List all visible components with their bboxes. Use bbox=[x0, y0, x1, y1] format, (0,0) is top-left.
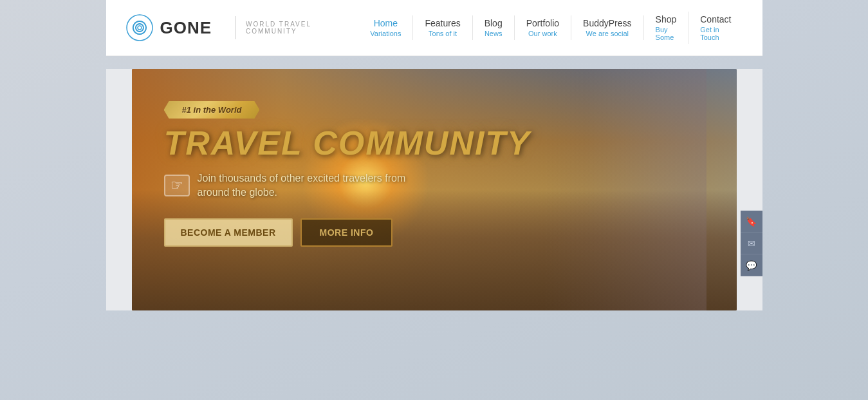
ribbon-container: #1 in the World bbox=[164, 101, 531, 119]
nav-sub-features: Tons of it bbox=[429, 30, 457, 37]
become-member-button[interactable]: Become A Member bbox=[164, 218, 293, 247]
nav-item-contact[interactable]: Contact Get in Touch bbox=[688, 12, 743, 44]
hero-section: #1 in the World TRAVEL COMMUNITY ☞ Join … bbox=[132, 69, 737, 310]
nav-label-buddypress: BuddyPress bbox=[583, 18, 631, 28]
nav-item-blog[interactable]: Blog News bbox=[473, 15, 515, 40]
email-icon: ✉ bbox=[748, 238, 755, 249]
logo-divider bbox=[235, 16, 235, 39]
nav-label-contact: Contact bbox=[700, 14, 731, 24]
hero-ribbon: #1 in the World bbox=[164, 101, 260, 119]
email-icon-button[interactable]: ✉ bbox=[741, 233, 762, 254]
nav-sub-contact: Get in Touch bbox=[700, 26, 731, 41]
hero-buttons: Become A Member More info bbox=[164, 218, 531, 247]
nav-sub-buddypress: We are social bbox=[586, 30, 629, 37]
nav-label-shop: Shop bbox=[656, 14, 677, 24]
bookmark-icon-button[interactable]: 🔖 bbox=[741, 211, 762, 233]
hero-subtitle-row: ☞ Join thousands of other excited travel… bbox=[164, 171, 531, 200]
logo-area: GONE bbox=[125, 14, 212, 42]
comment-icon-button[interactable]: 💬 bbox=[741, 254, 762, 276]
side-icons: 🔖 ✉ 💬 bbox=[741, 211, 762, 276]
pointing-hand-icon: ☞ bbox=[164, 175, 190, 196]
hero-content: #1 in the World TRAVEL COMMUNITY ☞ Join … bbox=[164, 101, 531, 247]
main-nav: Home Variations Features Tons of it Blog… bbox=[358, 12, 743, 44]
nav-item-buddypress[interactable]: BuddyPress We are social bbox=[571, 15, 643, 40]
comment-icon: 💬 bbox=[746, 260, 757, 271]
logo-icon bbox=[125, 14, 154, 42]
nav-item-features[interactable]: Features Tons of it bbox=[413, 15, 472, 40]
nav-item-home[interactable]: Home Variations bbox=[358, 15, 413, 40]
bookmark-icon: 🔖 bbox=[746, 216, 757, 227]
site-logo-text: GONE bbox=[160, 18, 212, 38]
nav-sub-portfolio: Our work bbox=[528, 30, 557, 37]
header: GONE WORLD TRAVEL COMMUNITY Home Variati… bbox=[106, 0, 762, 56]
page-wrapper: GONE WORLD TRAVEL COMMUNITY Home Variati… bbox=[0, 0, 868, 400]
nav-label-portfolio: Portfolio bbox=[526, 18, 559, 28]
more-info-button[interactable]: More info bbox=[300, 218, 393, 247]
hero-subtitle: Join thousands of other excited traveler… bbox=[198, 171, 416, 200]
header-container: GONE WORLD TRAVEL COMMUNITY Home Variati… bbox=[106, 0, 762, 56]
nav-label-blog: Blog bbox=[485, 18, 503, 28]
nav-sub-shop: Buy Some bbox=[656, 26, 677, 41]
nav-item-shop[interactable]: Shop Buy Some bbox=[644, 12, 689, 44]
nav-sub-blog: News bbox=[485, 30, 503, 37]
nav-item-portfolio[interactable]: Portfolio Our work bbox=[515, 15, 571, 40]
svg-point-0 bbox=[127, 15, 152, 41]
main-area: #1 in the World TRAVEL COMMUNITY ☞ Join … bbox=[106, 69, 762, 310]
nav-label-home: Home bbox=[374, 18, 398, 28]
hero-title: TRAVEL COMMUNITY bbox=[164, 124, 531, 162]
site-tagline: WORLD TRAVEL COMMUNITY bbox=[246, 21, 358, 35]
nav-sub-home: Variations bbox=[370, 30, 401, 37]
nav-label-features: Features bbox=[425, 18, 460, 28]
